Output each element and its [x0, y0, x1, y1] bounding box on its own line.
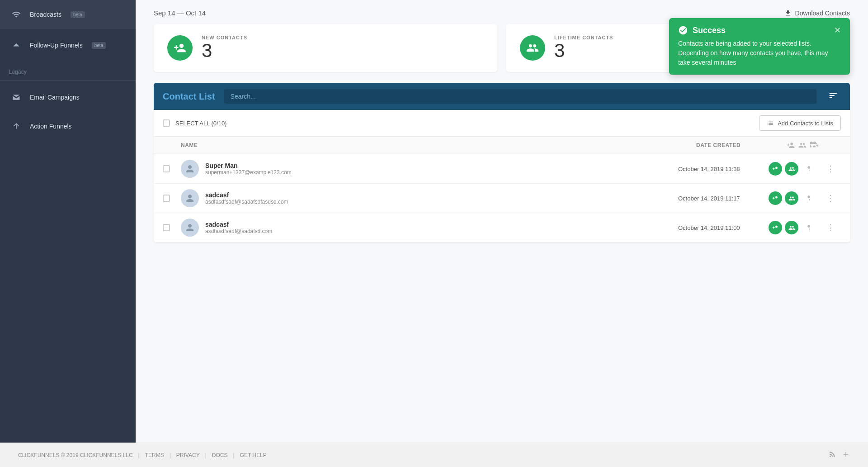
lifetime-contacts-icon — [520, 35, 545, 61]
footer-help-link[interactable]: GET HELP — [240, 452, 267, 458]
contact-2-info: sadcasf asdfasdfsadf@sadafsdfasdsd.com — [181, 189, 678, 207]
row-2-checkbox[interactable] — [163, 195, 170, 202]
contact-list-header: Contact List — [154, 83, 850, 110]
footer-links: CLICKFUNNELS © 2019 CLICKFUNNELS LLC | T… — [18, 452, 267, 458]
contact-1-avatar — [181, 160, 199, 178]
lifetime-contacts-info: LIFETIME CONTACTS 3 — [554, 35, 613, 61]
contact-3-extra-btn[interactable] — [801, 221, 815, 234]
contact-3-name: sadcasf — [205, 221, 272, 228]
download-label: Download Contacts — [795, 10, 850, 17]
footer: CLICKFUNNELS © 2019 CLICKFUNNELS LLC | T… — [0, 443, 868, 467]
contact-2-add-person-btn[interactable] — [769, 191, 782, 205]
col-name-header: NAME — [181, 142, 696, 148]
footer-icons — [828, 450, 850, 460]
filter-icon-btn[interactable] — [826, 88, 841, 105]
footer-terms-link[interactable]: TERMS — [145, 452, 164, 458]
select-all-checkbox[interactable] — [163, 119, 170, 127]
lifetime-contacts-value: 3 — [554, 40, 613, 61]
sidebar-item-email-campaigns[interactable]: Email Campaigns — [0, 83, 136, 112]
select-all-label: SELECT ALL (0/10) — [175, 120, 226, 127]
contact-1-email: superman+1337@example123.com — [205, 169, 292, 176]
row-1-checkbox[interactable] — [163, 165, 170, 172]
followup-beta-badge: beta — [92, 42, 106, 49]
stat-new-contacts: NEW CONTACTS 3 — [154, 24, 497, 72]
contact-1-extra-btn[interactable] — [801, 162, 815, 176]
contact-2-name: sadcasf — [205, 191, 288, 199]
contact-3-date: October 14, 2019 11:00 — [678, 224, 769, 231]
success-toast: Success ✕ Contacts are being added to yo… — [669, 18, 850, 75]
contact-3-avatar — [181, 219, 199, 237]
toast-title: Success — [693, 26, 726, 35]
toast-close-button[interactable]: ✕ — [834, 25, 841, 35]
followup-icon — [9, 38, 24, 52]
contact-3-more-menu[interactable]: ⋮ — [823, 221, 841, 234]
broadcasts-icon — [9, 7, 24, 22]
contact-1-info: Super Man superman+1337@example123.com — [181, 160, 678, 178]
contact-2-extra-btn[interactable] — [801, 191, 815, 205]
action-funnels-icon — [9, 119, 24, 133]
sidebar-broadcasts-label: Broadcasts — [30, 11, 61, 18]
toast-header: Success ✕ — [678, 25, 841, 35]
contact-2-date: October 14, 2019 11:17 — [678, 195, 769, 202]
sidebar-legacy-section: Legacy — [0, 62, 136, 79]
row-3-checkbox[interactable] — [163, 224, 170, 231]
table-row: Super Man superman+1337@example123.com O… — [154, 154, 850, 184]
rss-icon[interactable] — [828, 450, 836, 460]
contact-2-group-btn[interactable] — [785, 191, 798, 205]
contact-list-title: Contact List — [163, 91, 215, 102]
footer-copyright: CLICKFUNNELS © 2019 CLICKFUNNELS LLC — [18, 452, 133, 458]
contact-2-actions — [769, 191, 823, 205]
contact-3-info: sadcasf asdfasdfsadf@sadafsd.com — [181, 219, 678, 237]
download-contacts-button[interactable]: Download Contacts — [784, 10, 850, 17]
contact-1-actions — [769, 162, 823, 176]
footer-docs-link[interactable]: DOCS — [212, 452, 228, 458]
sidebar: Broadcasts beta Follow-Up Funnels beta L… — [0, 0, 136, 443]
sidebar-item-broadcasts[interactable]: Broadcasts beta — [0, 0, 136, 29]
table-row: sadcasf asdfasdfsadf@sadafsd.com October… — [154, 213, 850, 243]
search-input[interactable] — [224, 89, 816, 104]
select-all-bar: SELECT ALL (0/10) Add Contacts to Lists — [154, 110, 850, 137]
contact-list-section: Contact List SELECT ALL (0/10) Add Conta… — [154, 83, 850, 243]
contact-3-add-person-btn[interactable] — [769, 221, 782, 234]
add-footer-icon[interactable] — [842, 450, 850, 460]
broadcasts-beta-badge: beta — [71, 11, 85, 18]
contact-1-name: Super Man — [205, 162, 292, 169]
search-box[interactable] — [224, 89, 816, 104]
contact-2-more-menu[interactable]: ⋮ — [823, 191, 841, 205]
table-header: NAME Date Created — [154, 137, 850, 154]
table-row: sadcasf asdfasdfsadf@sadafsdfasdsd.com O… — [154, 184, 850, 213]
contact-2-email: asdfasdfsadf@sadafsdfasdsd.com — [205, 199, 288, 205]
contact-3-email: asdfasdfsadf@sadafsd.com — [205, 228, 272, 234]
success-check-icon — [678, 25, 688, 35]
date-range: Sep 14 — Oct 14 — [154, 9, 206, 17]
sidebar-followup-label: Follow-Up Funnels — [30, 42, 83, 49]
sidebar-action-label: Action Funnels — [30, 123, 72, 130]
contact-1-add-person-btn[interactable] — [769, 162, 782, 176]
contact-1-date: October 14, 2019 11:38 — [678, 166, 769, 172]
email-campaigns-icon — [9, 90, 24, 105]
sidebar-email-label: Email Campaigns — [30, 94, 80, 101]
contact-3-actions — [769, 221, 823, 234]
contact-2-avatar — [181, 189, 199, 207]
contact-1-more-menu[interactable]: ⋮ — [823, 162, 841, 176]
new-contacts-icon — [167, 35, 193, 61]
contact-3-group-btn[interactable] — [785, 221, 798, 234]
new-contacts-info: NEW CONTACTS 3 — [202, 35, 247, 61]
contact-1-group-btn[interactable] — [785, 162, 798, 176]
col-date-header: Date Created — [696, 142, 787, 148]
col-action-icons-header — [787, 141, 841, 149]
sidebar-item-followup[interactable]: Follow-Up Funnels beta — [0, 29, 136, 62]
select-left: SELECT ALL (0/10) — [163, 119, 226, 127]
add-to-lists-label: Add Contacts to Lists — [778, 120, 833, 127]
toast-body: Contacts are being added to your selecte… — [678, 39, 841, 67]
footer-privacy-link[interactable]: PRIVACY — [176, 452, 200, 458]
new-contacts-value: 3 — [202, 40, 247, 61]
sidebar-item-action-funnels[interactable]: Action Funnels — [0, 112, 136, 141]
add-contacts-to-lists-button[interactable]: Add Contacts to Lists — [759, 115, 841, 131]
